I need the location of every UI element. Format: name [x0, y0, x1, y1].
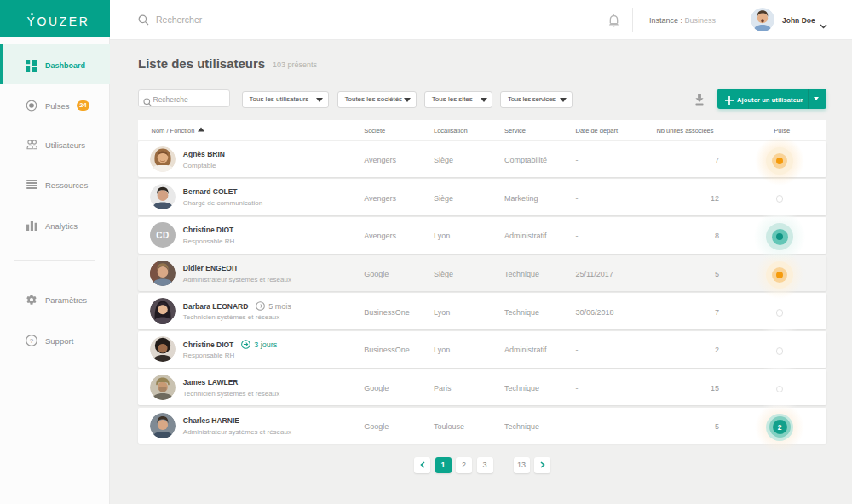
svg-text:?: ? — [30, 337, 34, 345]
